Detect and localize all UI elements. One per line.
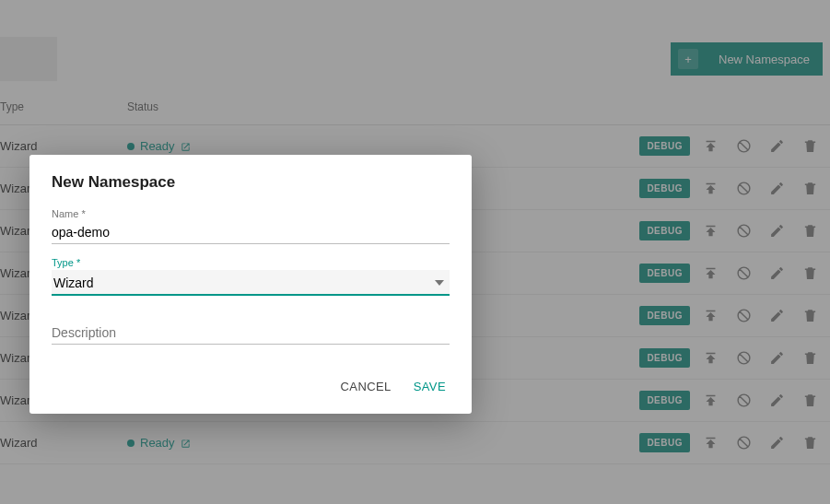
description-input[interactable] [52,316,450,345]
new-namespace-dialog: New Namespace Name * Type * Wizard CANCE… [29,155,472,414]
description-field [52,316,450,345]
cancel-button[interactable]: CANCEL [337,372,395,401]
type-label: Type * [52,257,450,268]
name-label: Name * [52,208,450,219]
name-field: Name * [52,208,450,244]
type-select[interactable]: Wizard [52,270,450,296]
type-field: Type * Wizard [52,257,450,296]
dialog-title: New Namespace [52,173,450,192]
name-input[interactable] [52,221,450,244]
dialog-actions: CANCEL SAVE [52,372,450,401]
save-button[interactable]: SAVE [410,372,450,401]
